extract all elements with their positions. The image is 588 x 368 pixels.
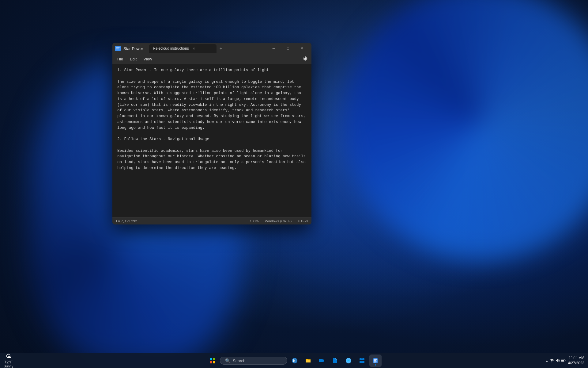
tab-label: Relecloud instructions xyxy=(153,46,189,51)
bing-button[interactable]: b xyxy=(288,355,301,367)
svg-rect-2 xyxy=(210,358,212,360)
svg-rect-10 xyxy=(360,358,362,360)
svg-rect-12 xyxy=(360,361,362,363)
taskbar-right: ▲ xyxy=(545,355,584,366)
volume-icon[interactable] xyxy=(555,358,560,363)
svg-rect-5 xyxy=(213,361,215,363)
svg-rect-3 xyxy=(213,358,215,360)
start-button[interactable] xyxy=(206,355,219,367)
tray-icons: ▲ xyxy=(545,358,566,363)
network-icon[interactable] xyxy=(550,358,554,363)
tray-expand-icon[interactable]: ▲ xyxy=(545,359,548,362)
weather-icon: 🌤 xyxy=(6,353,11,360)
file-explorer-button[interactable] xyxy=(302,355,314,367)
system-tray: ▲ xyxy=(545,355,584,366)
line-ending[interactable]: Windows (CRLF) xyxy=(265,219,292,223)
wallpaper-swirl-decoration xyxy=(343,0,588,261)
plus-icon: + xyxy=(220,46,222,51)
minimize-button[interactable]: ─ xyxy=(267,43,281,54)
active-tab[interactable]: Relecloud instructions ✕ xyxy=(149,44,217,53)
maximize-icon: □ xyxy=(287,46,289,51)
svg-rect-13 xyxy=(362,361,364,363)
battery-icon[interactable] xyxy=(561,358,566,363)
edit-menu[interactable]: Edit xyxy=(127,56,140,63)
status-bar: Ln 7, Col 292 100% Windows (CRLF) UTF-8 xyxy=(112,217,311,224)
zoom-level[interactable]: 100% xyxy=(250,219,258,223)
settings-button[interactable] xyxy=(300,54,310,64)
files-button[interactable] xyxy=(329,355,341,367)
menu-items: File Edit View xyxy=(114,56,155,63)
taskbar-center: 🔍 Search b xyxy=(206,355,382,367)
store-button[interactable] xyxy=(356,355,368,367)
desktop: Star Power Relecloud instructions ✕ + ─ … xyxy=(0,0,588,368)
encoding[interactable]: UTF-8 xyxy=(298,219,308,223)
weather-widget[interactable]: 🌤 72°F Sunny xyxy=(4,353,13,368)
svg-rect-0 xyxy=(115,46,121,51)
notepad-window: Star Power Relecloud instructions ✕ + ─ … xyxy=(112,43,311,224)
svg-point-15 xyxy=(551,361,552,362)
taskbar: 🌤 72°F Sunny 🔍 Search xyxy=(0,353,588,368)
window-controls: ─ □ ✕ xyxy=(267,43,309,54)
video-camera-button[interactable] xyxy=(315,355,328,367)
close-button[interactable]: ✕ xyxy=(295,43,309,54)
search-bar[interactable]: 🔍 Search xyxy=(220,357,287,365)
svg-rect-18 xyxy=(565,360,565,361)
weather-temp: 72°F xyxy=(4,360,13,364)
clock-date: 4/27/2023 xyxy=(568,361,584,366)
svg-rect-11 xyxy=(362,358,364,360)
title-bar: Star Power Relecloud instructions ✕ + ─ … xyxy=(112,43,311,54)
tab-close-button[interactable]: ✕ xyxy=(191,46,196,51)
svg-text:b: b xyxy=(293,359,295,363)
notepad-button[interactable] xyxy=(369,355,382,367)
weather-condition: Sunny xyxy=(4,364,13,368)
view-menu[interactable]: View xyxy=(140,56,155,63)
editor-area[interactable]: 1. Star Power - In one galaxy there are … xyxy=(112,64,311,217)
edge-browser-button[interactable] xyxy=(342,355,355,367)
minimize-icon: ─ xyxy=(273,46,275,51)
svg-rect-17 xyxy=(561,360,564,362)
file-menu[interactable]: File xyxy=(114,56,126,63)
app-icon xyxy=(115,45,121,52)
svg-rect-8 xyxy=(319,359,323,362)
search-magnifier-icon: 🔍 xyxy=(225,358,230,363)
menu-bar: File Edit View xyxy=(112,54,311,64)
new-tab-button[interactable]: + xyxy=(217,44,225,53)
search-label: Search xyxy=(233,358,245,363)
maximize-button[interactable]: □ xyxy=(281,43,295,54)
cursor-position[interactable]: Ln 7, Col 292 xyxy=(116,219,137,223)
app-title: Star Power xyxy=(123,46,143,51)
close-icon: ✕ xyxy=(300,46,303,51)
clock-time: 11:11 AM xyxy=(569,355,584,361)
clock[interactable]: 11:11 AM 4/27/2023 xyxy=(568,355,584,366)
svg-rect-4 xyxy=(210,361,212,363)
